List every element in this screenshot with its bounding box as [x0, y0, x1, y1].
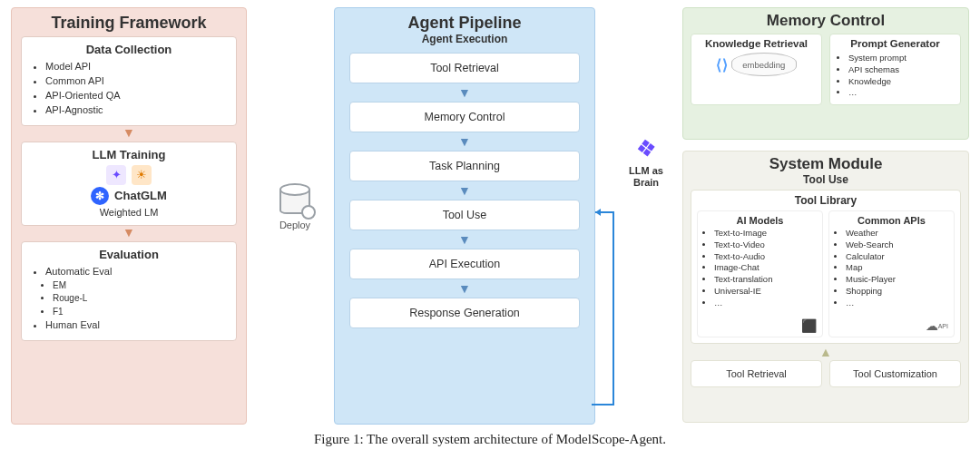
list-item: Web-Search — [846, 239, 950, 251]
list-item: EM — [53, 279, 227, 293]
down-arrow-icon: ▼ — [349, 233, 580, 246]
list-item: Text-to-Video — [714, 239, 818, 251]
prompt-generator-card: Prompt Generator System prompt API schem… — [829, 34, 961, 105]
brain-label: LLM as Brain — [617, 165, 675, 189]
agent-pipeline-subtitle: Agent Execution — [349, 33, 580, 45]
data-collection-list: Model API Common API API-Oriented QA API… — [31, 60, 227, 118]
tool-library-card: Tool Library AI Models Text-to-Image Tex… — [691, 190, 961, 344]
list-item: … — [846, 298, 950, 309]
down-arrow-icon: ▲ — [691, 346, 961, 358]
list-item: Text-to-Audio — [714, 251, 818, 263]
package-icon: ⬛ — [801, 318, 817, 333]
list-item: Calculator — [846, 251, 950, 263]
list-item: … — [714, 298, 818, 309]
knowledge-retrieval-title: Knowledge Retrieval — [697, 38, 816, 49]
list-item: Image-Chat — [714, 262, 818, 274]
system-module-panel: System Module Tool Use Tool Library AI M… — [682, 151, 969, 423]
chatglm-label: ChatGLM — [114, 189, 167, 202]
evaluation-card: Evaluation Automatic Eval EM Rouge-L F1 … — [21, 241, 237, 341]
list-item: System prompt — [848, 53, 955, 64]
list-item: Shopping — [846, 286, 950, 298]
list-item: Map — [846, 262, 950, 274]
training-framework-title: Training Framework — [21, 14, 237, 33]
common-apis-list: Weather Web-Search Calculator Map Music-… — [833, 228, 950, 309]
tool-retrieval-cell: Tool Retrieval — [691, 360, 822, 387]
down-arrow-icon: ▼ — [21, 226, 237, 239]
down-arrow-icon: ▼ — [349, 282, 580, 295]
figure-caption: Figure 1: The overall system architectur… — [0, 432, 980, 447]
agent-pipeline-title: Agent Pipeline — [349, 14, 580, 33]
pipeline-step: Memory Control — [349, 102, 580, 132]
list-item: Knowledge — [848, 76, 955, 88]
architecture-diagram: Training Framework Data Collection Model… — [11, 7, 969, 425]
agent-pipeline-panel: Agent Pipeline Agent Execution Tool Retr… — [334, 7, 595, 425]
model-icon: ✦ — [106, 165, 126, 185]
list-item: … — [848, 87, 955, 99]
tool-library-title: Tool Library — [697, 194, 955, 207]
list-item: API schemas — [848, 64, 955, 76]
ai-models-list: Text-to-Image Text-to-Video Text-to-Audi… — [701, 228, 818, 309]
tool-customization-cell: Tool Customization — [829, 360, 961, 387]
prompt-generator-list: System prompt API schemas Knowledge … — [836, 53, 955, 99]
list-item: Common API — [45, 74, 227, 89]
common-apis-title: Common APIs — [833, 215, 950, 226]
system-module-subtitle: Tool Use — [691, 173, 961, 186]
right-column: Memory Control Knowledge Retrieval ⟨ ⟩ e… — [682, 7, 969, 425]
list-item: Music-Player — [846, 274, 950, 286]
data-collection-title: Data Collection — [31, 43, 227, 56]
knowledge-retrieval-card: Knowledge Retrieval ⟨ ⟩ embedding — [691, 34, 822, 105]
list-item: Automatic Eval — [45, 265, 227, 279]
list-item: API-Oriented QA — [45, 89, 227, 103]
list-item: Universal-IE — [714, 286, 818, 298]
deploy-block: Deploy — [263, 187, 327, 230]
model-icon: ☀ — [132, 165, 152, 185]
weighted-lm-label: Weighted LM — [31, 207, 227, 218]
list-item: Rouge-L — [53, 292, 227, 306]
database-icon — [279, 187, 310, 214]
llm-training-title: LLM Training — [31, 148, 227, 161]
data-collection-card: Data Collection Model API Common API API… — [21, 36, 237, 126]
down-arrow-icon: ▼ — [349, 86, 580, 99]
system-module-title: System Module — [691, 155, 961, 173]
training-framework-panel: Training Framework Data Collection Model… — [11, 7, 247, 425]
list-item: Model API — [45, 60, 227, 74]
list-item: Human Eval — [45, 318, 227, 333]
down-arrow-icon: ▼ — [349, 135, 580, 148]
pipeline-step: API Execution — [349, 249, 580, 279]
list-item: Text-translation — [714, 274, 818, 286]
prompt-generator-title: Prompt Generator — [836, 38, 955, 49]
evaluation-title: Evaluation — [31, 248, 227, 261]
pipeline-step: Tool Retrieval — [349, 53, 580, 83]
llm-as-brain-block: ❖ LLM as Brain — [617, 132, 675, 189]
list-item: F1 — [53, 306, 227, 319]
list-item: Text-to-Image — [714, 228, 818, 239]
pipeline-step: Task Planning — [349, 151, 580, 181]
common-apis-card: Common APIs Weather Web-Search Calculato… — [828, 210, 955, 337]
list-item: API-Agnostic — [45, 103, 227, 118]
memory-control-title: Memory Control — [691, 12, 961, 30]
cloud-api-icon: ☁API — [926, 318, 948, 333]
gear-icon — [301, 205, 316, 220]
ai-models-card: AI Models Text-to-Image Text-to-Video Te… — [697, 210, 823, 337]
loop-arrow-icon — [588, 209, 619, 408]
list-item: Weather — [846, 228, 950, 239]
evaluation-list-2: Human Eval — [31, 318, 227, 333]
pipeline-step: Tool Use — [349, 200, 580, 230]
vector-icon: ⟨ ⟩ — [716, 56, 725, 73]
down-arrow-icon: ▼ — [21, 126, 237, 139]
embedding-cylinder-icon: embedding — [731, 53, 797, 76]
deploy-label: Deploy — [263, 220, 327, 230]
pipeline-step: Response Generation — [349, 298, 580, 328]
llm-training-card: LLM Training ✦ ☀ ✻ ChatGLM Weighted LM — [21, 142, 237, 226]
chatglm-icon: ✻ — [91, 187, 109, 205]
ai-models-title: AI Models — [701, 215, 818, 226]
down-arrow-icon: ▼ — [349, 184, 580, 197]
memory-control-panel: Memory Control Knowledge Retrieval ⟨ ⟩ e… — [682, 7, 969, 140]
evaluation-list: Automatic Eval — [31, 265, 227, 279]
brain-cube-icon: ❖ — [629, 131, 663, 165]
evaluation-sublist: EM Rouge-L F1 — [31, 279, 227, 319]
